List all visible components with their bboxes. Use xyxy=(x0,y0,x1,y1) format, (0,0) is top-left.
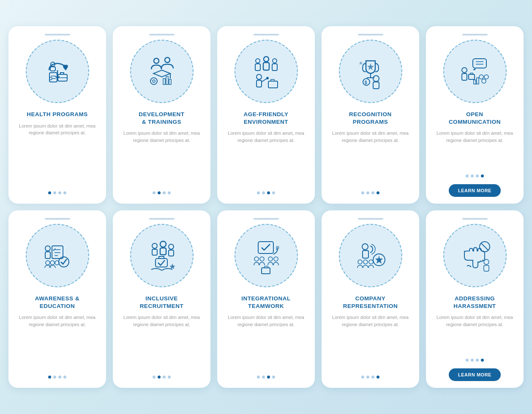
card-title: COMPANYREPRESENTATION xyxy=(343,295,398,310)
card-company-representation: COMPANYREPRESENTATION Lorem ipsum dolor … xyxy=(322,210,419,388)
card-open-communication: OPENCOMMUNICATION Lorem ipsum dolor sit … xyxy=(426,26,524,204)
health-programs-icon xyxy=(26,40,89,103)
card-body: Lorem ipsum dolor sit dim amet, mea regi… xyxy=(328,314,412,370)
card-top-bar xyxy=(45,218,70,220)
dot-3 xyxy=(163,191,166,194)
dot-1 xyxy=(153,191,156,194)
dot-3 xyxy=(476,359,479,362)
card-dots xyxy=(48,191,66,194)
dot-1 xyxy=(257,191,260,194)
dot-1 xyxy=(257,376,260,379)
card-body: Lorem ipsum dolor sit dim amet, mea regi… xyxy=(328,130,412,185)
dot-4 xyxy=(272,376,275,379)
card-title: DEVELOPMENT& TRAININGS xyxy=(139,111,184,125)
card-title: INTEGRATIONALTEAMWORK xyxy=(241,295,291,310)
card-title: HEALTH PROGRAMS xyxy=(27,111,88,118)
card-grid: HEALTH PROGRAMS Lorem ipsum dolor sit di… xyxy=(8,26,524,388)
dot-4 xyxy=(63,191,66,194)
dot-2 xyxy=(366,191,369,194)
card-dots xyxy=(257,191,275,194)
card-health-programs: HEALTH PROGRAMS Lorem ipsum dolor sit di… xyxy=(8,26,106,204)
card-title: OPENCOMMUNICATION xyxy=(449,111,501,125)
card-dots xyxy=(48,376,66,379)
dot-1 xyxy=(48,191,51,194)
card-title: AWARENESS &EDUCATION xyxy=(35,295,79,310)
card-dots xyxy=(361,376,379,379)
open-communication-icon xyxy=(443,40,507,103)
card-top-bar xyxy=(149,218,175,220)
dot-3 xyxy=(371,191,374,194)
card-development-trainings: DEVELOPMENT& TRAININGS Lorem ipsum dolor… xyxy=(113,26,210,204)
company-representation-icon xyxy=(339,224,402,287)
svg-rect-52 xyxy=(477,78,479,84)
dot-4 xyxy=(168,376,171,379)
card-inclusive-recruitment: INCLUSIVERECRUITMENT Lorem ipsum dolor s… xyxy=(113,210,210,388)
dot-4 xyxy=(376,376,379,379)
dot-4 xyxy=(168,191,171,194)
card-top-bar xyxy=(462,34,488,35)
card-age-friendly: AGE-FRIENDLYENVIRONMENT Lorem ipsum dolo… xyxy=(217,26,315,204)
card-top-bar xyxy=(254,34,279,35)
svg-rect-51 xyxy=(474,80,476,84)
svg-rect-19 xyxy=(169,79,171,84)
dot-2 xyxy=(158,376,161,379)
development-trainings-icon xyxy=(130,40,194,103)
age-friendly-icon xyxy=(235,40,298,103)
svg-point-30 xyxy=(266,77,269,79)
dot-1 xyxy=(466,359,469,362)
card-title: ADDRESSINGHARASSMENT xyxy=(453,295,496,310)
svg-rect-17 xyxy=(163,79,165,84)
dot-4 xyxy=(376,191,379,194)
card-dots xyxy=(466,174,484,177)
card-title: INCLUSIVERECRUITMENT xyxy=(140,295,184,310)
learn-more-button-1[interactable]: LEARN MORE xyxy=(449,184,501,197)
card-body: Lorem ipsum dolor sit dim amet, mea regi… xyxy=(224,314,308,370)
dot-3 xyxy=(58,191,61,194)
card-body: Lorem ipsum dolor sit dim amet, mea regi… xyxy=(433,314,517,353)
inclusive-recruitment-icon xyxy=(130,224,194,287)
card-dots xyxy=(257,376,275,379)
integrational-teamwork-icon xyxy=(235,224,298,287)
card-dots xyxy=(361,191,379,194)
card-body: Lorem ipsum dolor sit dim amet, mea regi… xyxy=(120,314,204,370)
dot-3 xyxy=(58,376,61,379)
dot-2 xyxy=(471,359,474,362)
dot-2 xyxy=(366,376,369,379)
dot-4 xyxy=(272,191,275,194)
dot-4 xyxy=(63,376,66,379)
card-top-bar xyxy=(45,34,70,35)
card-top-bar xyxy=(358,34,383,35)
dot-3 xyxy=(476,174,479,177)
svg-text:$: $ xyxy=(365,80,367,85)
dot-1 xyxy=(466,174,469,177)
awareness-education-icon xyxy=(26,224,89,287)
card-body: Lorem ipsum dolor sit dim amet, mea regi… xyxy=(15,123,99,185)
dot-3 xyxy=(267,376,270,379)
card-recognition-programs: $ RECOGNITIONPROGRAMS Lorem ipsum dolor … xyxy=(322,26,419,204)
dot-2 xyxy=(262,191,265,194)
card-title: RECOGNITIONPROGRAMS xyxy=(349,111,392,125)
svg-rect-18 xyxy=(166,76,168,84)
addressing-harassment-icon xyxy=(443,224,507,287)
dot-2 xyxy=(471,174,474,177)
dot-1 xyxy=(48,376,51,379)
card-body: Lorem ipsum dolor sit dim amet, mea regi… xyxy=(433,130,517,169)
card-body: Lorem ipsum dolor sit dim amet, mea regi… xyxy=(120,130,204,185)
dot-2 xyxy=(53,191,56,194)
dot-2 xyxy=(262,376,265,379)
dot-1 xyxy=(153,376,156,379)
card-title: AGE-FRIENDLYENVIRONMENT xyxy=(243,111,288,125)
dot-1 xyxy=(361,191,364,194)
dot-3 xyxy=(371,376,374,379)
card-awareness-education: AWARENESS &EDUCATION Lorem ipsum dolor s… xyxy=(8,210,106,388)
card-dots xyxy=(153,191,171,194)
card-top-bar xyxy=(462,218,488,220)
card-integrational-teamwork: INTEGRATIONALTEAMWORK Lorem ipsum dolor … xyxy=(217,210,315,388)
learn-more-button-2[interactable]: LEARN MORE xyxy=(449,368,501,381)
dot-2 xyxy=(53,376,56,379)
card-addressing-harassment: ADDRESSINGHARASSMENT Lorem ipsum dolor s… xyxy=(426,210,524,388)
svg-point-10 xyxy=(147,56,177,87)
dot-3 xyxy=(163,376,166,379)
card-dots xyxy=(153,376,171,379)
dot-3 xyxy=(267,191,270,194)
